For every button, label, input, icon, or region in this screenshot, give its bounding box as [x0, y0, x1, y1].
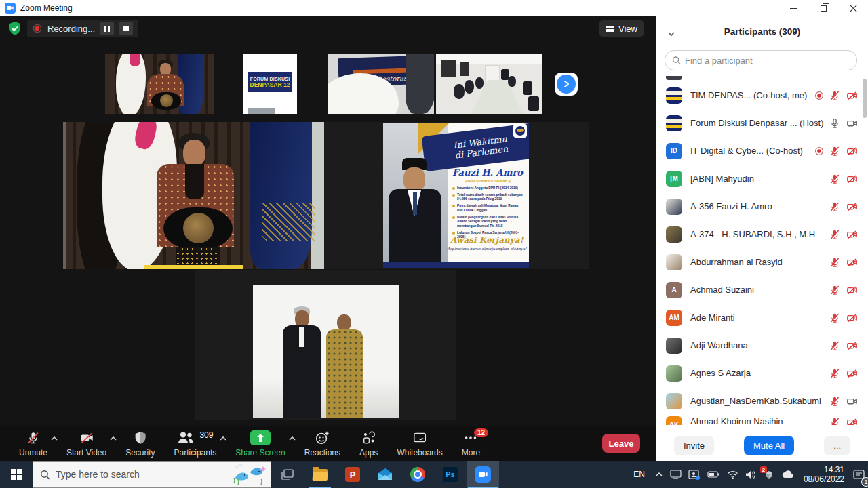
camera-off-icon[interactable]	[846, 201, 859, 213]
security-button[interactable]: Security	[116, 426, 164, 461]
poster-bullet-list: Incumbent Anggota DPR RI (2014-2019) Tot…	[452, 186, 524, 242]
taskbar-chrome[interactable]	[401, 461, 434, 488]
unmute-button[interactable]: Unmute	[9, 426, 57, 461]
camera-off-icon[interactable]	[846, 89, 859, 102]
participant-row[interactable]: Forum Diskusi Denpasar ... (Host)	[656, 109, 863, 137]
apps-button[interactable]: Apps	[350, 426, 387, 461]
updates-tray-icon[interactable]: 2	[760, 461, 778, 488]
mic-muted-icon[interactable]	[829, 89, 841, 102]
taskbar-zoom[interactable]	[467, 461, 499, 488]
participant-name: TIM DENPAS... (Co-host, me)	[690, 90, 810, 100]
clock-time: 14:31	[824, 465, 844, 474]
participant-search-box[interactable]	[665, 50, 857, 70]
stop-recording-button[interactable]	[119, 22, 133, 35]
participant-row[interactable]: Abdurrahman al Rasyid	[656, 248, 863, 276]
tray-expand-button[interactable]	[652, 461, 667, 488]
mic-muted-icon[interactable]	[829, 395, 841, 407]
chevron-down-icon[interactable]	[667, 27, 675, 39]
mic-muted-icon[interactable]	[829, 312, 841, 324]
mic-muted-icon[interactable]	[829, 340, 841, 352]
camera-on-icon[interactable]	[846, 117, 859, 129]
search-icon	[40, 470, 50, 480]
search-input[interactable]	[685, 56, 850, 66]
photoshop-icon: Ps	[443, 467, 458, 482]
camera-off-icon[interactable]	[846, 312, 859, 324]
participant-row[interactable]: AM Ade Miranti	[656, 304, 863, 331]
taskbar-photoshop[interactable]: Ps	[434, 461, 467, 488]
mic-muted-icon[interactable]	[829, 284, 841, 296]
participant-row[interactable]: A-356 Fauzi H. Amro	[656, 192, 863, 220]
panel-more-button[interactable]: ...	[824, 436, 850, 455]
pause-recording-button[interactable]	[100, 22, 114, 35]
share-screen-button[interactable]: Share Screen	[226, 426, 294, 461]
participant-row[interactable]: Agustian_NasDemKab.Sukabumi	[656, 387, 863, 415]
participant-row[interactable]: ID IT Digital & Cybe... (Co-host)	[656, 137, 863, 165]
mic-muted-icon[interactable]	[829, 256, 841, 268]
whiteboards-button[interactable]: Whiteboards	[387, 426, 452, 461]
participant-row[interactable]: AK Ahmad Khoirun Nasihin	[656, 415, 863, 425]
scrollbar-thumb[interactable]	[863, 79, 867, 118]
participant-row[interactable]: TIM DENPAS... (Co-host, me)	[656, 81, 863, 109]
mic-muted-icon[interactable]	[829, 173, 841, 185]
start-button[interactable]	[0, 461, 33, 488]
invite-button[interactable]: Invite	[674, 436, 714, 455]
battery-icon[interactable]	[704, 461, 724, 488]
person-blob	[465, 80, 474, 94]
camera-off-icon[interactable]	[846, 367, 859, 380]
mic-muted-icon[interactable]	[829, 228, 841, 241]
camera-off-icon[interactable]	[846, 145, 859, 157]
window-titlebar: Zoom Meeting	[0, 0, 868, 16]
mic-muted-icon[interactable]	[829, 201, 841, 213]
poster-bullet: Incumbent Anggota DPR RI (2014-2019)	[452, 186, 524, 190]
participant-row[interactable]: A Achmad Suzaini	[656, 276, 863, 304]
volume-icon[interactable]	[742, 461, 760, 488]
language-indicator[interactable]: EN	[627, 470, 652, 479]
search-decoration-dolphins	[230, 463, 268, 488]
camera-on-icon[interactable]	[846, 395, 859, 407]
taskbar-clock[interactable]: 14:31 08/06/2022	[798, 465, 850, 484]
recording-label: Recording...	[47, 24, 95, 34]
logo-line-1: FORUM DISKUSI	[250, 77, 290, 81]
participant-row[interactable]: Agnes S Azarja	[656, 359, 863, 387]
camera-off-icon[interactable]	[846, 256, 859, 268]
taskbar-file-explorer[interactable]	[304, 461, 336, 488]
participant-status-icons	[814, 89, 859, 102]
taskbar-search[interactable]: Type here to search	[33, 461, 271, 488]
mic-muted-icon[interactable]	[829, 145, 841, 157]
close-button[interactable]	[838, 0, 868, 16]
wifi-icon[interactable]	[724, 461, 742, 488]
participant-row[interactable]: Adji Wardhana	[656, 331, 863, 359]
mic-on-icon[interactable]	[829, 117, 841, 129]
participants-list[interactable]: TIM DENPAS... (Co-host, me) Forum Diskus…	[656, 76, 868, 430]
camera-off-icon[interactable]	[846, 340, 859, 352]
restore-button[interactable]	[808, 0, 838, 16]
taskbar-powerpoint[interactable]: P	[336, 461, 369, 488]
camera-off-icon[interactable]	[846, 228, 859, 241]
action-center-button[interactable]: 1	[850, 461, 868, 488]
camera-off-icon[interactable]	[846, 284, 859, 296]
mic-muted-icon[interactable]	[829, 367, 841, 380]
participants-button[interactable]: 309 Participants	[165, 426, 226, 461]
zoom-meeting-window: Zoom Meeting Recording... View	[0, 0, 868, 488]
next-videos-button[interactable]	[555, 73, 578, 96]
mute-all-button[interactable]: Mute All	[744, 436, 794, 455]
leave-button[interactable]: Leave	[602, 434, 640, 453]
meet-now-icon[interactable]	[685, 461, 704, 488]
more-button[interactable]: More 12	[452, 426, 490, 461]
task-view-button[interactable]	[271, 461, 304, 488]
start-video-button[interactable]: Start Video	[57, 426, 116, 461]
minimize-button[interactable]	[778, 0, 808, 16]
participants-header: Participants (309)	[656, 16, 868, 46]
reactions-button[interactable]: Reactions	[295, 426, 350, 461]
search-placeholder-text: Type here to search	[56, 469, 140, 480]
mic-muted-icon[interactable]	[829, 416, 841, 425]
camera-off-icon[interactable]	[846, 416, 859, 425]
cast-display-icon[interactable]	[667, 461, 685, 488]
camera-off-icon[interactable]	[846, 173, 859, 185]
taskbar-mail[interactable]	[369, 461, 401, 488]
view-button[interactable]: View	[599, 20, 644, 37]
participant-row[interactable]: A-374 - H. SUBARDI, S.H., M.H	[656, 220, 863, 248]
security-shield-icon[interactable]	[7, 20, 23, 37]
participant-row[interactable]: [M [ABN] Mahyudin	[656, 165, 863, 192]
onedrive-icon[interactable]	[778, 461, 798, 488]
